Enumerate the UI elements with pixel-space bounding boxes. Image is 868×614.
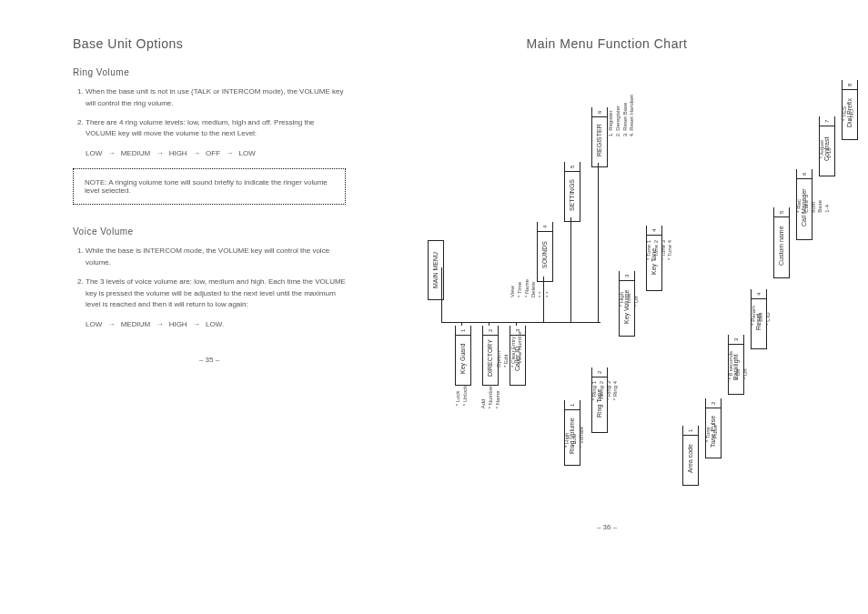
arrow-icon: → (107, 320, 115, 328)
voice-volume-heading: Voice Volume (73, 226, 346, 237)
l3-items-3: * 8 seconds * Off * On (728, 351, 749, 379)
l2-num-1: 1 (564, 400, 580, 410)
ring-volume-heading: Ring Volume (73, 67, 346, 77)
l1-num-4: 4 (537, 222, 553, 232)
ring-sequence: LOW → MEDIUM → HIGH → OFF → LOW (86, 149, 346, 157)
l1-num-5: 5 (564, 162, 580, 172)
l1-num-1: 1 (455, 326, 471, 336)
l1-items-6: 1. Register 2. Deregister 3. Reset Base … (608, 95, 636, 136)
voice-volume-list: While the base is INTERCOM mode, the VOL… (73, 246, 346, 311)
l1-box-5: SETTINGS (564, 167, 580, 222)
l3-box-5: Custom name (773, 213, 790, 278)
tree-line (461, 322, 462, 326)
tree-line (441, 267, 442, 322)
tree-line (441, 322, 601, 323)
tree-line (570, 217, 571, 322)
arrow-icon: → (226, 149, 233, 157)
arrow-icon: → (156, 320, 163, 328)
ring-item-2: There are 4 ring volume levels: low, med… (86, 117, 346, 141)
l1-box-1: Key Guard (455, 331, 471, 386)
l3-items-2: * Tone * Pulse (705, 425, 720, 442)
left-page-number: – 35 – (73, 356, 346, 364)
l3-num-2: 2 (705, 398, 722, 408)
tree-line (516, 322, 517, 326)
l1-num-6: 6 (591, 107, 608, 117)
l2-items-3: * High * Low * Off (619, 292, 640, 307)
left-title: Base Unit Options (73, 36, 346, 51)
l1-box-6: REGISTER (591, 113, 608, 167)
l3-num-3: 3 (728, 335, 744, 345)
tree-line (598, 163, 599, 322)
right-page: Main Menu Function Chart MAIN MENU Key G… (382, 36, 832, 522)
tree-line (543, 277, 544, 322)
l2-items-2: * Ring 1 * Ring 2 * Ring 3 * Ring 4 (591, 381, 620, 400)
l2-num-3: 3 (619, 271, 635, 281)
l3-box-1: Area code (682, 431, 699, 486)
l3-items-7: * Adjust 1-16 (819, 140, 833, 158)
l2-num-2: 2 (591, 367, 608, 377)
l3-num-5: 5 (773, 207, 790, 217)
menu-chart: MAIN MENU Key Guard 1 DIRECTORY 2 Caller… (382, 67, 832, 522)
arrow-icon: → (193, 320, 200, 328)
l3-items-6: * Rec Calls from Base 1-4 (796, 199, 832, 213)
l3-items-4: * Param * DIR * CID (751, 306, 772, 326)
ring-item-1: When the base unit is not in use (TALK o… (86, 86, 346, 110)
right-page-number: – 36 – (382, 523, 832, 531)
l3-items-8: * YES * NO (842, 106, 856, 121)
voice-item-2: The 3 levels of voice volume are: low, m… (86, 277, 346, 311)
l1-items-2b: Option * Edit * Clear Entry * View Numbe… (496, 331, 524, 367)
l3-num-1: 1 (682, 426, 699, 436)
l1-box-4: SOUNDS (537, 227, 553, 282)
arrow-icon: → (107, 149, 115, 157)
voice-item-1: While the base is INTERCOM mode, the VOL… (86, 246, 346, 269)
page-spread: Base Unit Options Ring Volume When the b… (0, 0, 868, 540)
tree-line (489, 322, 490, 326)
l2-items-1: * High * Low * Vibrate (564, 427, 585, 448)
ring-volume-list: When the base unit is not in use (TALK o… (73, 86, 346, 140)
l1-items-2a: Add * Number * Name (480, 386, 501, 408)
l1-items-1: * Lock * Unlock (455, 386, 469, 406)
l2-items-4: * Tone 1 * Tone 2 * Tone 3 * Tone 4 (646, 240, 674, 260)
l2-num-4: 4 (646, 226, 662, 236)
arrow-icon: → (156, 149, 163, 157)
right-title: Main Menu Function Chart (382, 36, 832, 51)
left-page: Base Unit Options Ring Volume When the b… (73, 36, 346, 522)
ring-note: NOTE: A ringing volume tone will sound b… (73, 168, 346, 205)
voice-sequence: LOW → MEDIUM → HIGH → LOW. (86, 320, 346, 328)
l3-num-4: 4 (751, 289, 767, 299)
l3-num-8: 8 (842, 80, 858, 90)
l3-num-7: 7 (819, 116, 835, 126)
arrow-icon: → (193, 149, 200, 157)
l1-items-3: View * Time * Name Delete * * * * (510, 279, 552, 297)
l3-num-6: 6 (796, 169, 812, 179)
